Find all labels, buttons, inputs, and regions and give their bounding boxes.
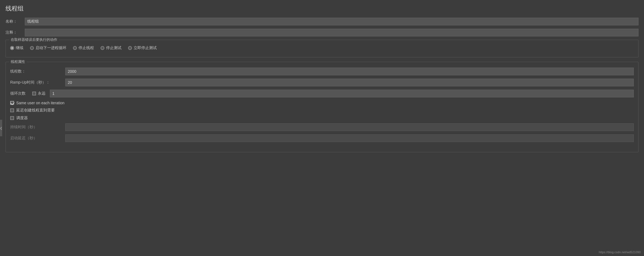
forever-checkbox[interactable] xyxy=(32,92,36,95)
page-title: 线程组 xyxy=(6,4,638,13)
collapse-handle[interactable]: ❮ xyxy=(0,120,2,136)
name-label: 名称： xyxy=(6,19,22,24)
thread-props-title: 线程属性 xyxy=(9,59,27,64)
radio-stop-thread-input[interactable] xyxy=(73,46,77,50)
radio-next-loop[interactable]: 启动下一进程循环 xyxy=(30,46,66,50)
name-input[interactable] xyxy=(25,18,638,25)
loop-count-label: 循环次数 xyxy=(10,91,32,96)
scheduler-checkbox[interactable] xyxy=(10,116,14,120)
same-user-row: Same user on each iteration xyxy=(10,101,634,105)
radio-stop-test-input[interactable] xyxy=(101,46,104,50)
radio-stop-thread-label: 停止线程 xyxy=(79,46,94,50)
footer-url: https://blog.csdn.net/wd521090 xyxy=(599,250,641,254)
delay-create-row: 延迟创建线程直到需要 xyxy=(10,108,634,113)
radio-stop-test[interactable]: 停止测试 xyxy=(101,46,121,50)
radio-continue-input[interactable] xyxy=(10,46,14,50)
sampler-error-title: 在取样器错误后要执行的动作 xyxy=(9,37,59,42)
delay-create-checkbox[interactable] xyxy=(10,108,14,112)
same-user-label: Same user on each iteration xyxy=(16,101,64,105)
forever-checkbox-item[interactable]: 永远 xyxy=(32,91,45,96)
same-user-checkbox[interactable] xyxy=(10,101,14,105)
radio-stop-test-now-input[interactable] xyxy=(128,46,132,50)
radio-stop-test-now-label: 立即停止测试 xyxy=(134,46,157,50)
thread-count-row: 线程数： xyxy=(10,68,634,75)
comment-row: 注释： xyxy=(6,29,638,36)
duration-label: 持续时间（秒） xyxy=(10,125,65,130)
scheduler-label: 调度器 xyxy=(16,116,28,121)
thread-count-label: 线程数： xyxy=(10,69,65,74)
loop-count-row: 循环次数 永远 xyxy=(10,90,634,97)
radio-stop-test-label: 停止测试 xyxy=(106,46,121,50)
sampler-error-radio-group: 继续 启动下一进程循环 停止线程 停止测试 立即停止测试 xyxy=(10,43,634,53)
scheduler-row: 调度器 xyxy=(10,116,634,121)
forever-label: 永远 xyxy=(38,91,45,96)
radio-next-loop-input[interactable] xyxy=(30,46,34,50)
ramp-up-row: Ramp-Up时间（秒）： xyxy=(10,79,634,86)
radio-continue-label: 继续 xyxy=(16,46,23,50)
comment-input[interactable] xyxy=(25,29,638,36)
thread-count-input[interactable] xyxy=(65,68,634,75)
start-delay-input[interactable] xyxy=(65,134,634,142)
thread-props-group: 线程属性 线程数： Ramp-Up时间（秒）： 循环次数 永远 xyxy=(6,62,638,152)
radio-next-loop-label: 启动下一进程循环 xyxy=(36,46,66,50)
start-delay-label: 启动延迟（秒） xyxy=(10,136,65,141)
start-delay-row: 启动延迟（秒） xyxy=(10,134,634,142)
radio-stop-thread[interactable]: 停止线程 xyxy=(73,46,94,50)
duration-input[interactable] xyxy=(65,123,634,131)
ramp-up-input[interactable] xyxy=(65,79,634,86)
duration-row: 持续时间（秒） xyxy=(10,123,634,131)
ramp-up-label: Ramp-Up时间（秒）： xyxy=(10,80,65,85)
radio-continue[interactable]: 继续 xyxy=(10,46,23,50)
delay-create-label: 延迟创建线程直到需要 xyxy=(16,108,55,113)
thread-props-content: 线程数： Ramp-Up时间（秒）： 循环次数 永远 Same use xyxy=(10,65,634,148)
sampler-error-group: 在取样器错误后要执行的动作 继续 启动下一进程循环 停止线程 停止测试 立即停止… xyxy=(6,40,638,57)
comment-label: 注释： xyxy=(6,30,22,35)
name-row: 名称： xyxy=(6,18,638,25)
radio-stop-test-now[interactable]: 立即停止测试 xyxy=(128,46,157,50)
loop-count-input[interactable] xyxy=(50,90,634,97)
